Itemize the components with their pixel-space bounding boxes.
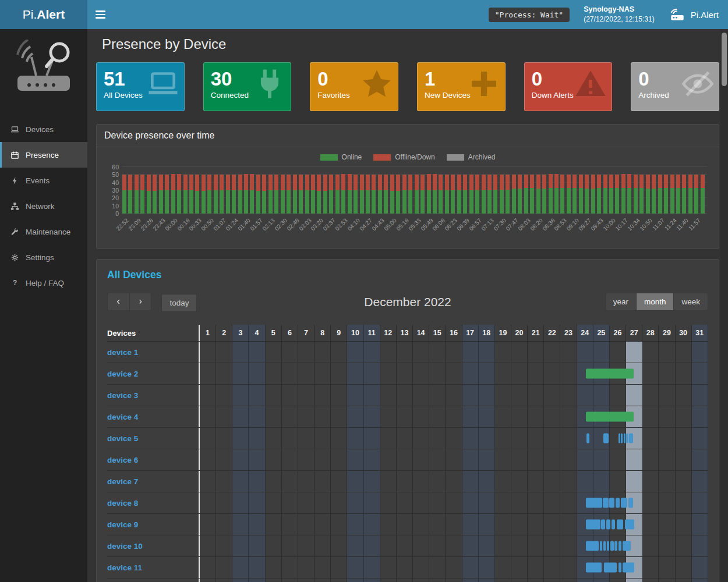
info-box-all-devices[interactable]: 51All Devices	[96, 62, 185, 111]
presence-bar-online	[627, 188, 631, 214]
day-cell	[347, 471, 363, 492]
presence-event-blue[interactable]	[586, 563, 602, 573]
calendar-next-button[interactable]	[129, 293, 151, 311]
day-cell	[495, 428, 511, 449]
device-link[interactable]: device 8	[107, 499, 138, 508]
presence-event-blue[interactable]	[609, 498, 614, 508]
info-box-down-alerts[interactable]: 0Down Alerts	[524, 62, 613, 111]
presence-event-blue[interactable]	[625, 520, 634, 530]
device-link[interactable]: device 6	[107, 456, 138, 464]
presence-event-blue[interactable]	[626, 434, 628, 443]
presence-event-blue[interactable]	[600, 541, 603, 551]
presence-calendar: Devices123456789101112131415161718192021…	[107, 325, 708, 582]
presence-bar-offline-down	[281, 175, 285, 190]
calendar-view-month-button[interactable]: month	[636, 293, 674, 311]
device-link[interactable]: device 5	[107, 434, 138, 443]
day-cell	[266, 471, 282, 492]
presence-event-blue[interactable]	[623, 541, 631, 551]
process-status-badge[interactable]: "Process: Wait"	[489, 8, 570, 22]
presence-event-blue[interactable]	[621, 498, 627, 508]
day-cell	[397, 406, 413, 427]
presence-bar-offline-down	[147, 175, 151, 191]
calendar-prev-button[interactable]	[107, 293, 129, 311]
presence-bar-offline-down	[135, 175, 139, 190]
day-cell	[676, 514, 692, 535]
presence-event-blue[interactable]	[604, 563, 616, 573]
presence-bar-offline-down	[524, 175, 528, 188]
presence-event-blue[interactable]	[617, 520, 623, 530]
presence-event-blue[interactable]	[586, 434, 589, 443]
info-box-connected[interactable]: 30Connected	[203, 62, 292, 111]
presence-bar-online	[165, 190, 169, 214]
presence-bar-offline-down	[682, 175, 686, 188]
calendar-view-year-button[interactable]: year	[605, 293, 636, 311]
day-cell	[560, 449, 577, 470]
sidebar-item-settings[interactable]: Settings	[0, 244, 87, 270]
presence-event-blue[interactable]	[619, 434, 620, 443]
day-cell	[413, 363, 429, 384]
day-cell	[446, 363, 462, 384]
hamburger-menu-icon[interactable]	[87, 0, 114, 29]
presence-event-blue[interactable]	[619, 563, 622, 573]
presence-event-blue[interactable]	[624, 434, 625, 443]
device-link[interactable]: device 3	[107, 391, 138, 400]
presence-event-blue[interactable]	[619, 541, 622, 551]
calendar-view-week-button[interactable]: week	[673, 293, 708, 311]
presence-event-blue[interactable]	[629, 434, 633, 443]
presence-event-blue[interactable]	[601, 520, 605, 530]
day-header-cell: 28	[642, 325, 659, 341]
sidebar-item-devices[interactable]: Devices	[0, 116, 87, 142]
day-cell	[511, 428, 528, 449]
presence-event-green[interactable]	[586, 369, 634, 379]
device-link[interactable]: device 11	[107, 563, 142, 572]
day-cell	[232, 514, 249, 535]
presence-bar-online	[183, 190, 188, 214]
presence-bar-online	[597, 188, 601, 214]
presence-event-blue[interactable]	[610, 541, 614, 551]
info-box-favorites[interactable]: 0Favorites	[310, 62, 398, 111]
presence-bar-online	[433, 190, 437, 214]
device-link[interactable]: device 4	[107, 413, 138, 421]
info-box-new-devices[interactable]: 1New Devices	[417, 62, 506, 111]
device-link[interactable]: device 9	[107, 520, 138, 529]
presence-event-blue[interactable]	[586, 498, 602, 508]
presence-event-blue[interactable]	[628, 498, 633, 508]
sidebar-item-help-faq[interactable]: ?Help / FAQ	[0, 270, 87, 296]
presence-event-blue[interactable]	[623, 563, 634, 573]
presence-bar-offline-down	[579, 175, 583, 188]
sidebar-item-events[interactable]: Events	[0, 168, 87, 193]
calendar-today-button[interactable]: today	[161, 294, 197, 312]
presence-event-green[interactable]	[586, 412, 634, 422]
presence-event-blue[interactable]	[612, 520, 615, 530]
presence-event-blue[interactable]	[603, 434, 608, 443]
presence-event-blue[interactable]	[586, 541, 599, 551]
day-cell	[266, 385, 282, 406]
day-cell	[331, 557, 347, 578]
presence-event-blue[interactable]	[603, 498, 609, 508]
presence-event-blue[interactable]	[586, 520, 600, 530]
chart-legend: OnlineOffline/DownArchived	[105, 153, 711, 161]
presence-event-blue[interactable]	[616, 498, 620, 508]
sidebar-item-network[interactable]: Network	[0, 193, 87, 219]
device-link[interactable]: device 1	[107, 348, 138, 357]
day-cell	[692, 514, 708, 535]
presence-event-blue[interactable]	[621, 434, 623, 443]
presence-event-blue[interactable]	[614, 541, 617, 551]
presence-event-blue[interactable]	[607, 541, 610, 551]
presence-event-blue[interactable]	[606, 520, 610, 530]
presence-bar-online	[226, 190, 230, 214]
scrollbar-thumb[interactable]	[722, 33, 727, 86]
day-cell	[544, 492, 560, 513]
scrollbar-track[interactable]	[720, 29, 728, 582]
presence-bar-offline-down	[506, 175, 510, 189]
sidebar-item-maintenance[interactable]: Maintenance	[0, 219, 87, 244]
device-link[interactable]: device 10	[107, 542, 143, 551]
device-link[interactable]: device 7	[107, 477, 138, 486]
day-cell	[216, 557, 232, 578]
app-logo[interactable]: Pi.Alert	[0, 0, 87, 29]
day-cell	[249, 492, 265, 513]
device-link[interactable]: device 2	[107, 370, 138, 378]
sidebar-item-presence[interactable]: Presence	[0, 142, 87, 168]
presence-event-blue[interactable]	[603, 541, 606, 551]
info-box-archived[interactable]: 0Archived	[631, 62, 719, 111]
